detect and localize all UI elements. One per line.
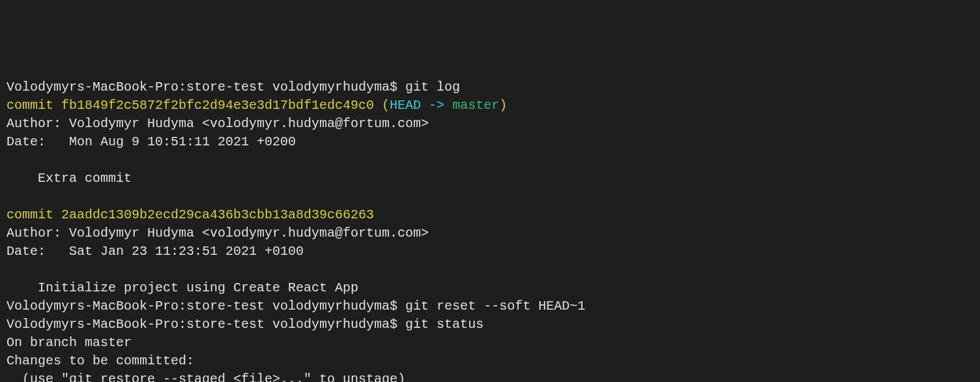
prompt-line: Volodymyrs-MacBook-Pro:store-test volody… bbox=[7, 80, 460, 95]
terminal-output[interactable]: Volodymyrs-MacBook-Pro:store-test volody… bbox=[7, 78, 973, 382]
date-line: Date: Mon Aug 9 10:51:11 2021 +0200 bbox=[7, 134, 296, 149]
commit-prefix: commit bbox=[7, 98, 61, 113]
commit-hash: fb1849f2c5872f2bfc2d94e3e3d17bdf1edc49c0 bbox=[61, 98, 374, 113]
ref-open: ( bbox=[374, 98, 390, 113]
author-line: Author: Volodymyr Hudyma <volodymyr.hudy… bbox=[7, 116, 429, 131]
status-hint: (use "git restore --staged <file>..." to… bbox=[7, 372, 405, 382]
command-git-status: git status bbox=[405, 317, 483, 332]
ref-close: ) bbox=[499, 98, 507, 113]
commit-message: Extra commit bbox=[7, 171, 132, 186]
command-git-log: git log bbox=[405, 80, 460, 95]
status-changes-header: Changes to be committed: bbox=[7, 353, 194, 368]
author-line: Author: Volodymyr Hudyma <volodymyr.hudy… bbox=[7, 226, 429, 241]
commit-prefix: commit bbox=[7, 207, 61, 222]
prompt: Volodymyrs-MacBook-Pro:store-test volody… bbox=[7, 317, 405, 332]
branch-name: master bbox=[452, 98, 499, 113]
prompt-line: Volodymyrs-MacBook-Pro:store-test volody… bbox=[7, 299, 585, 314]
commit-message: Initialize project using Create React Ap… bbox=[7, 280, 358, 295]
commit-hash: 2aaddc1309b2ecd29ca436b3cbb13a8d39c66263 bbox=[61, 207, 374, 222]
prompt-line: Volodymyrs-MacBook-Pro:store-test volody… bbox=[7, 317, 483, 332]
command-git-reset: git reset --soft HEAD~1 bbox=[405, 299, 585, 314]
commit-line: commit 2aaddc1309b2ecd29ca436b3cbb13a8d3… bbox=[7, 207, 374, 222]
prompt: Volodymyrs-MacBook-Pro:store-test volody… bbox=[7, 80, 405, 95]
prompt: Volodymyrs-MacBook-Pro:store-test volody… bbox=[7, 299, 405, 314]
date-line: Date: Sat Jan 23 11:23:51 2021 +0100 bbox=[7, 244, 304, 259]
head-arrow: HEAD -> bbox=[390, 98, 452, 113]
status-branch: On branch master bbox=[7, 335, 132, 350]
commit-line: commit fb1849f2c5872f2bfc2d94e3e3d17bdf1… bbox=[7, 98, 507, 113]
